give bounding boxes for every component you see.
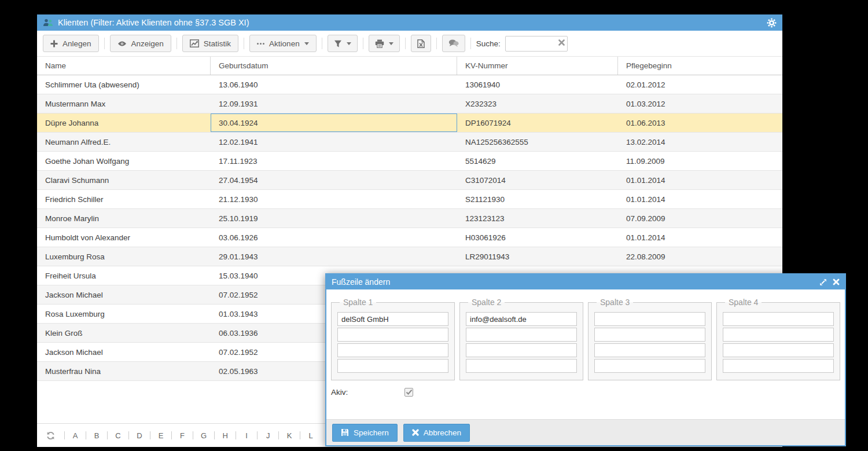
cell-name[interactable]: Friedrich Schiller	[37, 190, 211, 208]
spalte4-zeile4-input[interactable]	[723, 359, 834, 373]
export-button[interactable]	[411, 35, 431, 52]
cell-kv[interactable]: C31072014	[457, 171, 618, 189]
print-button[interactable]	[369, 35, 400, 52]
spalte4-zeile3-input[interactable]	[723, 343, 834, 357]
spalte4-zeile2-input[interactable]	[723, 328, 834, 342]
spalte2-zeile1-input[interactable]	[466, 312, 577, 326]
speichern-button[interactable]: Speichern	[332, 424, 398, 442]
column-header-kv-nummer[interactable]: KV-Nummer	[457, 57, 618, 75]
cell-kv[interactable]: LR29011943	[457, 247, 618, 266]
table-row[interactable]: Friedrich Schiller21.12.1930S2112193001.…	[37, 190, 782, 209]
cell-geburtsdatum[interactable]: 13.06.1940	[211, 75, 457, 94]
cell-geburtsdatum[interactable]: 12.02.1941	[211, 133, 457, 151]
letter-filter-G[interactable]: G	[201, 431, 207, 440]
cell-geburtsdatum[interactable]: 12.09.1931	[211, 94, 457, 113]
cell-kv[interactable]: NA125256362555	[457, 133, 618, 151]
cell-name[interactable]: Monroe Marylin	[37, 209, 211, 228]
cell-name[interactable]: Schlimmer Uta (abwesend)	[37, 75, 211, 94]
spalte2-zeile2-input[interactable]	[466, 328, 577, 342]
cell-pflegebeginn[interactable]: 01.06.2013	[618, 113, 782, 132]
table-row[interactable]: Claravi Schumann27.04.1954C3107201401.01…	[37, 171, 782, 190]
spalte1-zeile1-input[interactable]	[337, 312, 448, 326]
cell-pflegebeginn[interactable]: 22.08.2009	[618, 247, 782, 266]
cell-geburtsdatum[interactable]: 29.01.1943	[211, 247, 457, 266]
spalte2-zeile3-input[interactable]	[466, 343, 577, 357]
anzeigen-button[interactable]: Anzeigen	[110, 35, 171, 52]
cell-name[interactable]: Düpre Johanna	[37, 113, 211, 132]
spalte3-zeile1-input[interactable]	[594, 312, 705, 326]
abbrechen-button[interactable]: Abbrechen	[403, 424, 470, 442]
spalte1-zeile4-input[interactable]	[337, 359, 448, 373]
expand-icon[interactable]	[819, 278, 827, 286]
table-row[interactable]: Düpre Johanna30.04.1924DP1607192401.06.2…	[37, 113, 782, 133]
cell-kv[interactable]: 13061940	[457, 75, 618, 94]
cell-kv[interactable]: S21121930	[457, 190, 618, 208]
cell-kv[interactable]: 5514629	[457, 152, 618, 170]
cell-name[interactable]: Goethe Johan Wolfgang	[37, 152, 211, 170]
cell-name[interactable]: Jackson Michael	[37, 285, 211, 304]
cell-name[interactable]: Jackson Michael	[37, 343, 211, 361]
spalte3-zeile2-input[interactable]	[594, 328, 705, 342]
cell-geburtsdatum[interactable]: 21.12.1930	[211, 190, 457, 208]
letter-filter-E[interactable]: E	[158, 431, 164, 440]
cell-name[interactable]: Freiheit Ursula	[37, 266, 211, 285]
cell-pflegebeginn[interactable]: 01.03.2012	[618, 94, 782, 113]
gear-icon[interactable]	[767, 18, 777, 28]
letter-filter-I[interactable]: I	[244, 431, 249, 440]
letter-filter-D[interactable]: D	[137, 431, 142, 440]
table-row[interactable]: Schlimmer Uta (abwesend)13.06.1940130619…	[37, 75, 782, 94]
spalte3-zeile4-input[interactable]	[594, 359, 705, 373]
letter-filter-K[interactable]: K	[286, 431, 292, 440]
cell-name[interactable]: Neumann Alfred.E.	[37, 133, 211, 151]
cell-pflegebeginn[interactable]: 01.01.2014	[618, 228, 782, 247]
cell-kv[interactable]: X232323	[457, 94, 618, 113]
filter-button[interactable]	[328, 35, 358, 52]
letter-filter-L[interactable]: L	[308, 431, 314, 440]
table-row[interactable]: Monroe Marylin25.10.191912312312307.09.2…	[37, 209, 782, 228]
column-header-pflegebeginn[interactable]: Pflegebeginn	[618, 57, 782, 75]
spalte1-zeile2-input[interactable]	[337, 328, 448, 342]
cell-name[interactable]: Klein Groß	[37, 324, 211, 342]
column-header-geburtsdatum[interactable]: Geburtsdatum	[211, 57, 457, 75]
statistik-button[interactable]: Statistik	[182, 35, 238, 52]
cell-pflegebeginn[interactable]: 11.09.2009	[618, 152, 782, 170]
letter-filter-F[interactable]: F	[179, 431, 185, 440]
cell-name[interactable]: Humboldt von Alexander	[37, 228, 211, 247]
cell-geburtsdatum[interactable]: 03.06.1926	[211, 228, 457, 247]
cell-kv[interactable]: DP16071924	[457, 113, 618, 132]
cell-geburtsdatum[interactable]: 17.11.1923	[211, 152, 457, 170]
letter-filter-H[interactable]: H	[222, 431, 228, 440]
cell-name[interactable]: Rosa Luxemburg	[37, 305, 211, 323]
cell-geburtsdatum[interactable]: 25.10.1919	[211, 209, 457, 228]
cell-pflegebeginn[interactable]: 07.09.2009	[618, 209, 782, 228]
table-row[interactable]: Neumann Alfred.E.12.02.1941NA12525636255…	[37, 133, 782, 152]
table-row[interactable]: Goethe Johan Wolfgang17.11.1923551462911…	[37, 152, 782, 171]
chat-button[interactable]	[442, 35, 465, 52]
column-header-name[interactable]: Name	[37, 57, 211, 75]
letter-filter-B[interactable]: B	[94, 431, 100, 440]
table-row[interactable]: Humboldt von Alexander03.06.1926H0306192…	[37, 228, 782, 247]
spalte3-zeile3-input[interactable]	[594, 343, 705, 357]
cell-kv[interactable]: 123123123	[457, 209, 618, 228]
spalte2-zeile4-input[interactable]	[466, 359, 577, 373]
anlegen-button[interactable]: Anlegen	[43, 35, 99, 52]
table-row[interactable]: Mustermann Max12.09.1931X23232301.03.201…	[37, 94, 782, 113]
spalte1-zeile3-input[interactable]	[337, 343, 448, 357]
spalte4-zeile1-input[interactable]	[723, 312, 834, 326]
clear-search-icon[interactable]	[558, 39, 565, 46]
cell-name[interactable]: Claravi Schumann	[37, 171, 211, 189]
cell-pflegebeginn[interactable]: 02.01.2012	[618, 75, 782, 94]
aktionen-button[interactable]: Aktionen	[249, 35, 317, 52]
refresh-icon[interactable]	[46, 431, 55, 440]
cell-kv[interactable]: H03061926	[457, 228, 618, 247]
akiv-checkbox[interactable]	[404, 388, 413, 397]
table-row[interactable]: Luxemburg Rosa29.01.1943LR2901194322.08.…	[37, 247, 782, 266]
cell-name[interactable]: Mustermann Max	[37, 94, 211, 113]
close-icon[interactable]	[833, 278, 840, 285]
cell-geburtsdatum[interactable]: 30.04.1924	[211, 113, 457, 132]
cell-pflegebeginn[interactable]: 01.01.2014	[618, 171, 782, 189]
cell-name[interactable]: Luxemburg Rosa	[37, 247, 211, 266]
letter-filter-A[interactable]: A	[72, 431, 78, 440]
letter-filter-C[interactable]: C	[115, 431, 121, 440]
cell-pflegebeginn[interactable]: 01.01.2014	[618, 190, 782, 208]
